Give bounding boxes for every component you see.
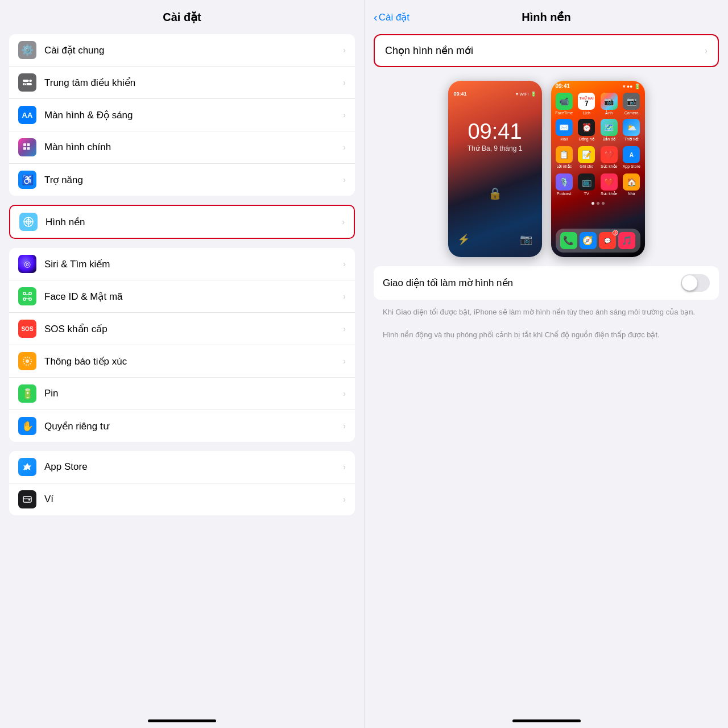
app-appstore2: A App Store [622,146,642,169]
sidebar-item-quyen[interactable]: ✋ Quyền riêng tư › [9,410,355,442]
page-dots [551,202,645,205]
sidebar-item-thong-bao[interactable]: Thông báo tiếp xúc › [9,345,355,378]
sidebar-item-sos[interactable]: SOS SOS khẩn cấp › [9,313,355,345]
chevron-icon-app-store: › [343,462,346,471]
sidebar-item-man-hinh-sang[interactable]: AA Màn hình & Độ sáng › [9,99,355,131]
item-label-man-hinh-sang: Màn hình & Độ sáng [44,109,338,121]
svg-rect-7 [27,143,30,146]
settings-group-1: ⚙️ Cài đặt chung › Trung tâm điều khiển … [9,34,355,196]
podcasts-label: Podcast [557,192,571,196]
svg-rect-0 [23,80,32,82]
app-weather: ⛅ Thời tiết [622,119,642,142]
brightness-icon: AA [18,106,36,124]
back-label: Cài đặt [379,11,410,23]
notes-icon: 📝 [578,146,595,163]
svg-rect-1 [23,83,32,85]
app-camera: 📷 Camera [622,93,642,115]
svg-rect-8 [23,147,26,150]
right-panel: ‹ Cài đặt Hình nền Chọn hình nền mới › 0… [364,0,728,728]
appstore2-label: App Store [623,164,640,168]
lock-bottom-controls: ⚡ 📷 [457,233,532,246]
app-health: ❤️ Sức khỏe [599,146,619,169]
lock-time-text: 09:41 [468,121,523,142]
faceid-icon [18,287,36,305]
app-grid-row4: 🎙️ Podcast 📺 TV ❤️ Sức khỏe 🏠 Nhà [551,171,645,198]
sidebar-item-siri[interactable]: ◎ Siri & Tìm kiếm › [9,248,355,280]
sidebar-item-hinh-nen[interactable]: Hình nền › [9,205,355,239]
weather-icon: ⛅ [623,119,640,136]
home-screen-bg: 09:41 ▾●●🔋 📹 FaceTime THỨ HAI 7 [551,81,645,257]
right-panel-title: Hình nền [522,10,570,24]
sidebar-item-app-store[interactable]: A App Store › [9,451,355,483]
sidebar-item-tro-nang[interactable]: ♿ Trợ năng › [9,164,355,196]
siri-icon: ◎ [18,255,36,273]
settings-group-3: ◎ Siri & Tìm kiếm › Face ID & Mật mã › [9,248,355,442]
chevron-icon-pin: › [343,389,346,398]
chevron-icon-man-hinh-sang: › [343,110,346,119]
description-text-1: Khi Giao diện tối được bật, iPhone sẽ là… [365,304,728,327]
sidebar-item-pin[interactable]: 🔋 Pin › [9,378,355,410]
contact-notify-icon [18,352,36,370]
tv-label: TV [584,192,589,196]
toggle-switch[interactable] [681,274,710,292]
svg-point-21 [26,359,29,363]
sidebar-item-vi[interactable]: Ví › [9,483,355,515]
maps-icon: 🗺️ [601,119,618,136]
app-notes: 📝 Ghi chú [577,146,597,169]
tv-icon: 📺 [578,173,595,191]
sidebar-item-man-hinh-chinh[interactable]: Màn hình chính › [9,131,355,164]
home-status-time: 09:41 [556,83,570,89]
lock-time-display: 09:41 Thứ Ba, 9 tháng 1 [468,121,523,152]
item-label-quyen: Quyền riêng tư [44,420,338,432]
dock-phone: 📞 [560,232,577,249]
sidebar-item-face-id[interactable]: Face ID & Mật mã › [9,280,355,313]
app-maps: 🗺️ Bản đồ [599,119,619,142]
chevron-icon-man-hinh-chinh: › [343,143,346,152]
weather-label: Thời tiết [624,137,639,142]
mail-icon: ✉️ [556,119,573,136]
maps-label: Bản đồ [603,137,615,142]
svg-rect-16 [23,298,26,300]
svg-rect-24 [23,498,31,499]
left-panel-header: Cài đặt [0,0,364,30]
appstore2-icon: A [623,146,640,163]
choose-wallpaper-button[interactable]: Chọn hình nền mới › [374,34,719,67]
item-label-hinh-nen: Hình nền [46,216,337,228]
photos-icon: 📷 [601,93,618,110]
item-label-man-hinh-chinh: Màn hình chính [44,142,338,153]
sidebar-item-trung-tam[interactable]: Trung tâm điều khiển › [9,67,355,99]
home-status-bar: 09:41 ▾●●🔋 [551,81,645,92]
calendar-icon: THỨ HAI 7 [578,93,595,110]
app-heart: ❤️ Sức khỏe [599,173,619,196]
photos-label: Ảnh [605,111,613,115]
reminders-icon: 📋 [556,146,573,163]
camera-label: Camera [624,111,639,115]
wallpaper-preview-area: 09:41 ▾ WiFi 🔋 09:41 Thứ Ba, 9 tháng 1 🔒… [365,81,728,257]
back-button[interactable]: ‹ Cài đặt [374,11,410,24]
sos-icon: SOS [18,320,36,338]
item-label-trung-tam: Trung tâm điều khiển [44,77,338,89]
chevron-icon-thong-bao: › [343,357,346,366]
dot-active [592,202,594,205]
right-home-indicator [512,719,581,722]
svg-rect-14 [23,292,26,295]
item-label-vi: Ví [44,494,338,505]
appstore-icon: A [18,458,36,476]
chevron-icon-siri: › [343,259,346,268]
home-screen-preview: 09:41 ▾●●🔋 📹 FaceTime THỨ HAI 7 [551,81,645,257]
reminders-label: Lời nhắc [556,164,572,169]
notes-label: Ghi chú [580,164,593,168]
item-label-sos: SOS khẩn cấp [44,323,338,335]
clock-label: Đồng hồ [579,137,594,142]
chevron-icon-sos: › [343,324,346,333]
choose-wallpaper-label: Chọn hình nền mới [385,44,705,57]
svg-point-5 [25,84,27,85]
wallpaper-icon [19,213,38,231]
item-label-cai-dat-chung: Cài đặt chung [44,44,338,56]
lock-screen-bg: 09:41 ▾ WiFi 🔋 09:41 Thứ Ba, 9 tháng 1 🔒… [448,81,542,257]
right-header: ‹ Cài đặt Hình nền [365,0,728,30]
sidebar-item-cai-dat-chung[interactable]: ⚙️ Cài đặt chung › [9,34,355,67]
health-label: Sức khỏe [601,164,617,169]
facetime-icon: 📹 [556,93,573,110]
wallpaper-section: Chọn hình nền mới › [365,30,728,72]
